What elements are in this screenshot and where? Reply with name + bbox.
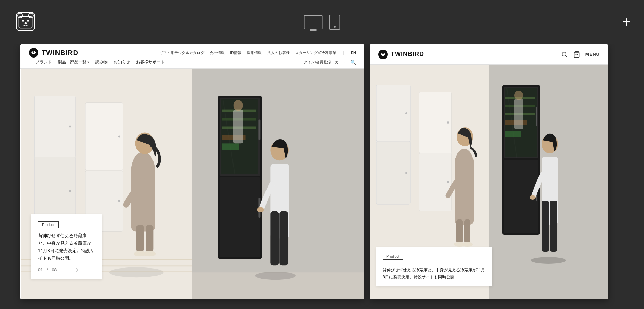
svg-point-6: [25, 22, 27, 24]
svg-rect-72: [464, 219, 470, 243]
search-icon[interactable]: [561, 51, 568, 58]
nav-separator: |: [343, 51, 344, 55]
svg-rect-44: [270, 211, 279, 266]
svg-point-94: [531, 257, 566, 264]
device-selector: [304, 15, 340, 30]
svg-point-67: [447, 181, 449, 183]
browser-preview-tablet: TWINBIRD MENU: [370, 44, 608, 299]
svg-rect-60: [376, 141, 410, 204]
svg-point-2: [29, 13, 33, 18]
desktop-view-icon[interactable]: [304, 15, 323, 29]
svg-rect-48: [233, 110, 243, 144]
svg-rect-40: [258, 120, 260, 140]
nav-search[interactable]: 🔍: [350, 60, 356, 65]
main-content: TWINBIRD ギフト用デジタルカタログ 会社情報 IR情報 採用情報 法人の…: [0, 44, 644, 309]
twinbird-logo-desktop[interactable]: TWINBIRD: [29, 48, 78, 58]
svg-rect-51: [192, 272, 364, 299]
svg-point-4: [22, 20, 24, 22]
svg-rect-41: [220, 177, 260, 257]
tablet-header-icons: MENU: [561, 51, 600, 58]
svg-point-8: [33, 51, 34, 53]
svg-rect-88: [550, 201, 557, 252]
svg-point-19: [118, 135, 120, 137]
svg-point-15: [69, 190, 71, 192]
top-bar: +: [0, 0, 644, 44]
nav-products[interactable]: 製品・部品一覧: [58, 59, 89, 65]
main-navigation: ブランド 製品・部品一覧 読み物 お知らせ お客様サポート: [35, 59, 165, 65]
hero-area-tablet: Product 背伸びせず使える冷蔵庫と、中身が見える冷蔵庫が11月8日に発売決…: [370, 65, 608, 299]
bear-logo[interactable]: [14, 10, 37, 35]
twinbird-brand-name-tablet: TWINBIRD: [391, 51, 424, 58]
add-icon[interactable]: +: [622, 15, 630, 29]
svg-point-14: [69, 126, 71, 128]
hero-headline-desktop: 背伸びせず使える冷蔵庫と、中身が見える冷蔵庫が11月8日に発売決定。特設サイトも…: [38, 232, 95, 262]
hero-pagination-desktop: 01 / 08: [38, 267, 95, 272]
svg-point-27: [143, 251, 156, 256]
svg-point-62: [405, 172, 407, 174]
nav-lang-en[interactable]: EN: [351, 51, 356, 55]
svg-rect-39: [222, 143, 239, 150]
svg-rect-64: [419, 92, 451, 153]
svg-point-53: [382, 53, 384, 54]
product-badge-desktop: Product: [38, 221, 59, 228]
header-main-nav: ブランド 製品・部品一覧 読み物 お知らせ お客様サポート ログイン/会員登録 …: [29, 59, 356, 65]
svg-rect-91: [514, 99, 523, 129]
svg-rect-17: [85, 103, 123, 170]
site-header-desktop: TWINBIRD ギフト用デジタルカタログ 会社情報 IR情報 採用情報 法人の…: [20, 44, 364, 69]
svg-point-49: [234, 100, 243, 111]
hero-headline-tablet: 背伸びせず使える冷蔵庫と、中身が見える冷蔵庫が11月8日に発売決定。特設サイトも…: [383, 266, 486, 280]
svg-rect-24: [136, 225, 144, 252]
header-action-icons: ログイン/会員登録 カート 🔍: [300, 60, 356, 65]
svg-rect-45: [279, 211, 288, 266]
svg-point-1: [18, 13, 22, 18]
pagination-separator: /: [47, 267, 48, 272]
header-top-nav: TWINBIRD ギフト用デジタルカタログ 会社情報 IR情報 採用情報 法人の…: [29, 48, 356, 58]
nav-cart[interactable]: カート: [335, 60, 346, 65]
menu-button[interactable]: MENU: [585, 52, 600, 57]
nav-corporate[interactable]: 法人のお客様: [267, 50, 290, 55]
svg-rect-22: [131, 164, 155, 231]
svg-point-20: [118, 200, 120, 202]
twinbird-logo-tablet[interactable]: TWINBIRD: [378, 49, 424, 60]
nav-stirling[interactable]: スターリング式冷凍事業: [295, 50, 336, 55]
pagination-current: 01: [38, 267, 43, 272]
svg-rect-69: [455, 157, 474, 225]
svg-point-28: [109, 267, 164, 277]
cart-icon[interactable]: [573, 51, 580, 58]
svg-rect-25: [146, 225, 153, 252]
svg-point-74: [462, 242, 473, 247]
svg-rect-71: [456, 219, 463, 243]
svg-point-66: [447, 121, 449, 124]
nav-support[interactable]: お客様サポート: [136, 59, 165, 65]
pagination-arrow-icon[interactable]: [61, 270, 78, 270]
nav-news[interactable]: お知らせ: [114, 59, 130, 65]
svg-rect-82: [505, 131, 521, 137]
browser-preview-desktop: TWINBIRD ギフト用デジタルカタログ 会社情報 IR情報 採用情報 法人の…: [20, 44, 364, 299]
svg-rect-59: [376, 85, 410, 141]
svg-rect-87: [542, 201, 549, 252]
svg-point-54: [562, 52, 566, 56]
svg-point-90: [530, 195, 536, 200]
nav-recruit[interactable]: 採用情報: [247, 50, 262, 55]
site-header-tablet: TWINBIRD MENU: [370, 44, 608, 65]
svg-point-92: [514, 91, 523, 100]
svg-point-5: [27, 20, 29, 22]
nav-reading[interactable]: 読み物: [95, 59, 108, 65]
svg-rect-65: [419, 153, 451, 211]
nav-ir[interactable]: IR情報: [230, 50, 241, 55]
nav-company[interactable]: 会社情報: [210, 50, 225, 55]
nav-gift-catalog[interactable]: ギフト用デジタルカタログ: [159, 50, 204, 55]
nav-brand[interactable]: ブランド: [35, 59, 52, 65]
header-utility-nav: ギフト用デジタルカタログ 会社情報 IR情報 採用情報 法人のお客様 スターリン…: [159, 50, 356, 55]
tablet-view-icon[interactable]: [329, 15, 340, 30]
product-badge-tablet: Product: [383, 253, 403, 260]
nav-login[interactable]: ログイン/会員登録: [300, 60, 331, 65]
twinbird-brand-name: TWINBIRD: [42, 49, 78, 57]
pagination-total: 08: [52, 267, 57, 272]
hero-area-desktop: Product 背伸びせず使える冷蔵庫と、中身が見える冷蔵庫が11月8日に発売決…: [20, 69, 364, 299]
svg-point-47: [257, 207, 264, 212]
hero-content-card-desktop: Product 背伸びせず使える冷蔵庫と、中身が見える冷蔵庫が11月8日に発売決…: [31, 214, 102, 279]
svg-point-61: [405, 112, 407, 114]
hero-content-card-tablet: Product 背伸びせず使える冷蔵庫と、中身が見える冷蔵庫が11月8日に発売決…: [376, 247, 492, 286]
svg-rect-83: [536, 107, 537, 126]
